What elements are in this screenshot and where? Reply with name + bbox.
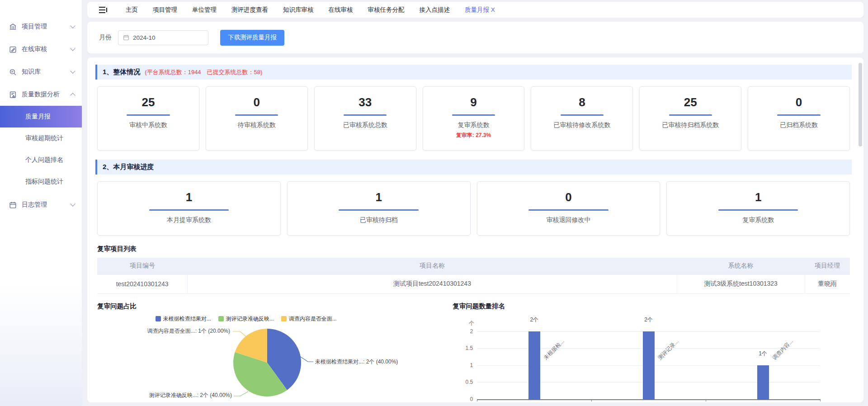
x-category-label: 调查内容... [771, 338, 795, 362]
review-table-title: 复审项目列表 [97, 245, 852, 253]
sidebar-item-label: 知识库 [22, 68, 71, 76]
stat-value: 8 [534, 95, 630, 109]
sidebar-item-label: 质量数据分析 [22, 90, 71, 99]
stat-card-to-modify: 8 已审核待修改系统数 [531, 86, 633, 151]
stat-value: 9 [426, 95, 522, 109]
stat-card-reviewed-to-archive: 1 已审核待归档 [287, 181, 471, 236]
cell-system-name: 测试3级系统test10301323 [677, 274, 805, 293]
sidebar-subitem-indicator-problem-stats[interactable]: 指标问题统计 [0, 171, 82, 193]
tab-unit-mgmt[interactable]: 单位管理 [192, 6, 217, 14]
y-tick: 0 [470, 396, 473, 402]
stat-card-reviewing: 25 审核中系统数 [97, 86, 199, 151]
legend-label: 测评记录准确反映... [226, 315, 274, 323]
chevron-down-icon [70, 201, 75, 206]
chevron-up-icon [70, 93, 75, 98]
stat-card-re-review-count: 1 复审系统数 [666, 181, 850, 236]
stat-label: 复审系统数 [426, 121, 522, 129]
sidebar: 项目管理 在线审核 知识库 质量数据分析 质量月报 审核超期统计 个人问题排名 … [0, 0, 82, 406]
stat-card-returned-modifying: 0 审核退回修改中 [477, 181, 660, 236]
calendar-icon [9, 201, 17, 209]
pie-label-yellow: 调查内容是否全面...: 1个 (20.00%) [113, 327, 230, 335]
stats-row-1: 25 审核中系统数 0 待审核系统数 33 已审核系统总数 9 复审系统数 复审… [97, 86, 850, 151]
bar-chart-panel: 复审问题数量排名 个 2 1.5 1 0.5 0 2个 2个 [451, 302, 852, 403]
sidebar-subitem-label: 个人问题排名 [25, 156, 63, 164]
bar-series-0[interactable] [528, 331, 540, 399]
bar-value-label: 1个 [759, 350, 767, 358]
cell-project-id: test202410301243 [97, 274, 188, 293]
stat-label: 本月提审系统数 [100, 216, 278, 224]
month-label: 月份 [99, 33, 112, 42]
stat-value: 33 [317, 95, 413, 109]
data-report-icon [9, 91, 17, 99]
tab-quality-monthly-report[interactable]: 质量月报 X [465, 6, 495, 14]
charts-row: 复审问题占比 未根据检查结果对... 测评记录准确反映... 调查内容是否全面.… [95, 302, 852, 403]
stat-card-month-submitted: 1 本月提审系统数 [97, 181, 281, 236]
sidebar-subitem-overdue-stats[interactable]: 审核超期统计 [0, 127, 82, 149]
tab-online-review[interactable]: 在线审核 [329, 6, 353, 14]
bar-series-2[interactable] [757, 365, 769, 399]
sidebar-item-project-mgmt[interactable]: 项目管理 [0, 15, 82, 38]
tab-task-assignment[interactable]: 审核任务分配 [368, 6, 405, 14]
stat-value: 25 [642, 95, 738, 109]
chevron-down-icon [70, 46, 75, 51]
col-system-name: 系统名称 [677, 258, 805, 274]
legend-item[interactable]: 未根据检查结果对... [156, 315, 211, 323]
legend-swatch-green [218, 316, 224, 321]
legend-swatch-blue [156, 316, 161, 321]
sidebar-item-label: 项目管理 [22, 23, 71, 31]
tab-progress-view[interactable]: 测评进度查看 [231, 6, 268, 14]
section-2-title: 2、本月审核进度 [103, 163, 154, 171]
tab-close-icon[interactable]: X [491, 6, 495, 13]
bar-value-label: 2个 [644, 316, 653, 324]
vertical-scrollbar[interactable] [859, 63, 862, 146]
x-category-label: 测评记录... [656, 338, 680, 362]
legend-item[interactable]: 调查内容是否全面... [281, 315, 337, 323]
legend-label: 调查内容是否全面... [289, 315, 337, 323]
download-report-button[interactable]: 下载测评质量月报 [220, 30, 284, 46]
stat-label: 审核中系统数 [100, 121, 196, 129]
x-category-label: 未根据检... [542, 338, 566, 362]
stat-value: 0 [480, 190, 657, 204]
sidebar-item-online-review[interactable]: 在线审核 [0, 38, 82, 61]
stat-label: 已审核待修改系统数 [534, 121, 630, 129]
bar-plot-area: 个 2 1.5 1 0.5 0 2个 2个 1个 [477, 331, 820, 400]
month-value: 2024-10 [133, 34, 156, 41]
stat-label: 待审核系统数 [209, 121, 305, 129]
legend-item[interactable]: 测评记录准确反映... [218, 315, 274, 323]
y-tick: 2 [470, 328, 473, 335]
pie-chart-panel: 复审问题占比 未根据检查结果对... 测评记录准确反映... 调查内容是否全面.… [95, 302, 451, 403]
bank-icon [9, 23, 17, 31]
col-project-manager: 项目经理 [805, 258, 850, 274]
sidebar-subitem-quality-monthly-report[interactable]: 质量月报 [0, 106, 82, 127]
tab-access-point[interactable]: 接入点描述 [420, 6, 450, 14]
bar-series-1[interactable] [643, 331, 655, 399]
tab-project-mgmt[interactable]: 项目管理 [153, 6, 177, 14]
stat-sub-rate: 复审率: 27.3% [426, 132, 522, 139]
sidebar-item-label: 在线审核 [22, 45, 71, 53]
report-content-panel: 1、整体情况 (平台系统总数：1944 已提交系统总数：58) 25 审核中系统… [87, 57, 863, 402]
tab-home[interactable]: 主页 [126, 6, 138, 14]
pie-chart-title: 复审问题占比 [97, 302, 451, 311]
tab-knowledge-review[interactable]: 知识库审核 [283, 6, 314, 14]
stat-label: 已归档系统数 [751, 121, 847, 129]
stat-value: 1 [290, 190, 467, 204]
sidebar-item-quality-analysis[interactable]: 质量数据分析 [0, 83, 82, 106]
sidebar-item-label: 日志管理 [22, 201, 71, 209]
main-area: 主页 项目管理 单位管理 测评进度查看 知识库审核 在线审核 审核任务分配 接入… [82, 0, 868, 406]
tab-bar: 主页 项目管理 单位管理 测评进度查看 知识库审核 在线审核 审核任务分配 接入… [87, 2, 863, 18]
search-book-icon [9, 68, 17, 76]
y-tick: 1 [470, 362, 473, 368]
section-2-header: 2、本月审核进度 [95, 160, 852, 175]
sidebar-item-log-mgmt[interactable]: 日志管理 [0, 194, 82, 216]
sidebar-item-knowledge-base[interactable]: 知识库 [0, 61, 82, 83]
review-project-table: 项目编号 项目名称 系统名称 项目经理 test202410301243 测试项… [97, 258, 850, 294]
section-1-title: 1、整体情况 [103, 68, 140, 76]
bar-chart-title: 复审问题数量排名 [453, 302, 852, 311]
stat-label: 已审核待归档 [290, 216, 467, 224]
sidebar-subitem-personal-problem-ranking[interactable]: 个人问题排名 [0, 149, 82, 171]
y-axis-unit: 个 [469, 320, 474, 327]
month-picker-input[interactable]: 2024-10 [118, 30, 208, 45]
chevron-down-icon [70, 68, 75, 73]
collapse-menu-icon[interactable] [99, 7, 107, 13]
stat-value: 1 [670, 190, 847, 204]
